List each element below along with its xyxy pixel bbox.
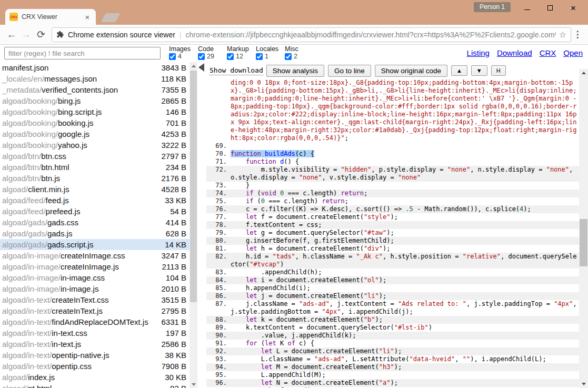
filter-checkbox-code[interactable] [198,53,205,60]
file-filter-input[interactable] [4,47,161,59]
file-row[interactable]: algoad/booking/bing.script.js146 B [0,106,190,117]
code-scrollbar[interactable] [579,69,588,388]
minimize-button[interactable] [515,1,539,15]
file-name: gads.script.js [47,239,94,250]
filter-checkbox-misc[interactable] [285,53,292,60]
file-row[interactable]: algoad/in-image/in-image.js2010 B [0,283,190,294]
scroll-down-button[interactable]: ▼ [471,65,487,76]
file-dir: algoad/in-text/ [2,361,52,372]
url-bar[interactable]: Chrome extension source viewer | chrome-… [52,27,571,42]
file-row[interactable]: algoad/gads/gads.js628 B [0,228,190,239]
file-name: yahoo.js [58,140,87,151]
file-row[interactable]: _metadata/verified_contents.json7355 B [0,84,190,95]
collapse-left-icon[interactable] [198,63,204,72]
file-row[interactable]: algoad/in-image/in-image.css104 B [0,272,190,283]
line-content: if (void 0 === c.length) return; [231,190,579,197]
source-code-area[interactable]: ding:0 0 18px 0;font-size:18px}._G8{padd… [206,79,579,388]
crx-link[interactable]: CRX [540,48,556,57]
file-row[interactable]: algoad/in-text/createInText.js2795 B [0,305,190,316]
file-row[interactable]: algoad/feed/prefeed.js54 B [0,206,190,217]
file-row[interactable]: algoad/feed/feed.js33 KB [0,195,190,206]
file-row[interactable]: algoad/booking/bing.js2865 B [0,95,190,106]
file-size: 3843 B [157,62,186,73]
file-list-scrollbar[interactable] [190,62,197,388]
file-dir: algoad/btn/ [2,162,41,173]
file-row[interactable]: algoad/in-text/createInText.css3515 B [0,294,190,305]
file-size: 2113 B [158,261,186,272]
open-link[interactable]: Open [563,48,583,57]
profile-badge[interactable]: Person 1 [474,2,511,12]
file-row[interactable]: manifest.json3843 B [0,62,190,73]
back-icon[interactable]: ← [4,29,19,41]
file-name: client.min.js [28,184,69,195]
code-scroll-up-icon[interactable] [579,69,588,77]
file-row[interactable]: algoad/nt.html92 B [0,383,190,388]
chrome-menu-icon[interactable]: ⋮ [571,29,584,40]
line-number: 76. [206,205,231,213]
file-dir: algoad/in-image/ [2,283,61,294]
maximize-button[interactable] [539,1,562,15]
code-scrollbar-thumb[interactable] [580,219,587,266]
reload-icon[interactable]: ⟳ [34,28,48,41]
line-number: 73. [206,182,231,190]
file-name: prefeed.js [46,206,81,217]
filter-checkbox-markup[interactable] [227,53,234,60]
file-row[interactable]: algoad/booking/booking.js701 B [0,117,190,128]
file-list-scrollbar-thumb[interactable] [190,71,197,302]
file-row[interactable]: algoad/in-image/createInImage.js2113 B [0,261,190,272]
file-dir: algoad/feed/ [2,195,46,206]
file-dir: algoad/booking/ [2,128,58,140]
file-row[interactable]: algoad/gads/gads.css414 B [0,217,190,228]
code-line: 77. let f = document.createElement("styl… [206,213,579,221]
scroll-up-arrow-icon[interactable] [190,62,197,69]
filter-count: 12 [236,53,243,60]
line-number: 85. [206,284,231,292]
file-dir: algoad/in-text/ [2,294,52,305]
show-original-code-button[interactable]: Show original code [375,65,447,77]
url-text[interactable]: chrome-extension://jifpbeccnghkjeaalbbjm… [186,31,556,39]
highlight-toggle-button[interactable]: H [491,65,506,76]
file-row[interactable]: algoad/in-text/findAndReplaceDOMText.js6… [0,316,190,327]
line-content [231,142,579,150]
file-row[interactable]: algoad/booking/google.js4253 B [0,128,190,140]
file-row[interactable]: algoad/in-text/in-text.js2586 B [0,339,190,350]
filter-group-locales: Locales1 [256,45,285,60]
file-dir: algoad/in-image/ [2,250,61,261]
file-row[interactable]: algoad/in-text/opentip.css7908 B [0,361,190,372]
line-content: L.className = "ads-ad", L.setAttribute("… [231,355,579,363]
scroll-up-button[interactable]: ▲ [451,65,467,76]
bookmark-star-icon[interactable]: ☆ [559,29,566,39]
go-to-line-button[interactable]: Go to line [328,65,371,77]
file-name: opentip.css [52,361,92,372]
source-toolbar: Show download Show analysisGo to lineSho… [206,62,579,78]
file-row[interactable]: algoad/in-text/in-text.css197 B [0,327,190,339]
listing-link[interactable]: Listing [467,48,490,57]
file-row[interactable]: algoad/booking/yahoo.js3222 B [0,140,190,151]
code-scroll-down-icon[interactable] [579,380,588,388]
file-row[interactable]: algoad/btn/btn.html234 B [0,162,190,173]
file-row[interactable]: algoad/gads/gads.script.js14 KB [0,239,190,250]
close-button[interactable]: ✕ [562,1,585,15]
file-row[interactable]: algoad/btn/btn.css2797 B [0,151,190,162]
browser-tab[interactable]: CRX CRX Viewer × [5,9,96,25]
file-row[interactable]: algoad/in-text/opentip-native.js38 KB [0,350,190,361]
file-row[interactable]: algoad/in-image/createInImage.css3247 B [0,250,190,261]
tab-close-icon[interactable]: × [83,13,92,21]
show-download-link[interactable]: Show download [210,66,263,75]
filter-checkbox-images[interactable] [169,53,176,60]
file-dir: algoad/booking/ [2,95,58,106]
file-row[interactable]: algoad/client.min.js4528 B [0,184,190,195]
new-tab-button[interactable] [101,13,120,22]
file-row[interactable]: algoad/btn/btn.js2176 B [0,173,190,184]
file-dir: algoad/btn/ [2,173,41,184]
action-links: ListingDownloadCRXOpen [460,48,583,57]
download-link[interactable]: Download [497,48,532,57]
file-row[interactable]: _locales/en/messages.json118 KB [0,73,190,84]
line-number: 90. [206,332,231,340]
file-dir: algoad/in-text/ [2,350,52,361]
scroll-down-arrow-icon[interactable] [190,381,197,388]
file-row[interactable]: algoad/index.js30 KB [0,372,190,383]
filter-checkbox-locales[interactable] [256,53,263,60]
show-analysis-button[interactable]: Show analysis [266,65,324,77]
file-name: createInImage.js [61,261,119,272]
